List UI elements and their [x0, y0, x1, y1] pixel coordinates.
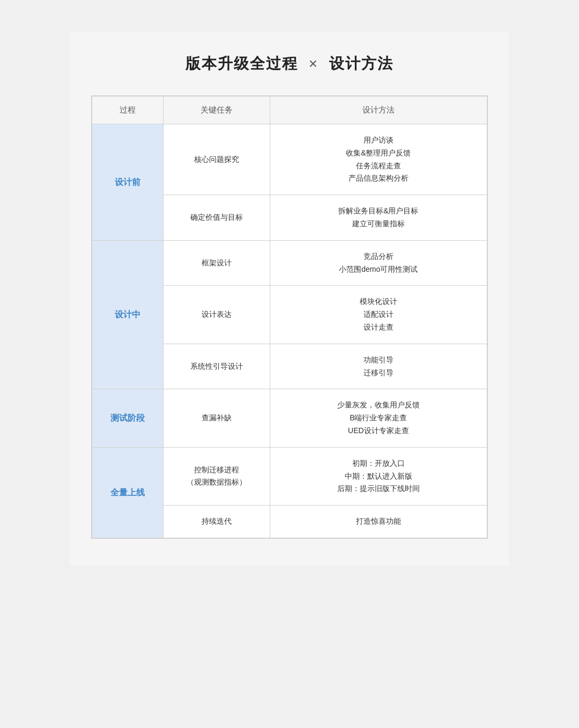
phase-cell: 设计中: [92, 240, 164, 389]
table-row: 测试阶段查漏补缺少量灰发，收集用户反馈B端行业专家走查UED设计专家走查: [92, 389, 487, 447]
header-task: 关键任务: [163, 96, 270, 124]
header-method: 设计方法: [270, 96, 487, 124]
page-title: 版本升级全过程 × 设计方法: [91, 54, 488, 74]
table-row: 设计前核心问题探究用户访谈收集&整理用户反馈任务流程走查产品信息架构分析: [92, 124, 487, 195]
method-cell: 拆解业务目标&用户目标建立可衡量指标: [270, 195, 487, 241]
method-cell: 竞品分析小范围demo可用性测试: [270, 240, 487, 286]
task-cell: 控制迁移进程（观测数据指标）: [163, 447, 270, 505]
table-row: 设计中框架设计竞品分析小范围demo可用性测试: [92, 240, 487, 286]
method-cell: 用户访谈收集&整理用户反馈任务流程走查产品信息架构分析: [270, 124, 487, 195]
method-cell: 少量灰发，收集用户反馈B端行业专家走查UED设计专家走查: [270, 389, 487, 447]
method-cell: 打造惊喜功能: [270, 506, 487, 538]
title-part2: 设计方法: [329, 55, 394, 72]
task-cell: 框架设计: [163, 240, 270, 286]
method-cell: 初期：开放入口中期：默认进入新版后期：提示旧版下线时间: [270, 447, 487, 505]
title-cross: ×: [309, 55, 318, 72]
table-header-row: 过程 关键任务 设计方法: [92, 96, 487, 124]
task-cell: 核心问题探究: [163, 124, 270, 195]
method-cell: 模块化设计适配设计设计走查: [270, 286, 487, 344]
phase-cell: 全量上线: [92, 447, 164, 538]
table-row: 全量上线控制迁移进程（观测数据指标）初期：开放入口中期：默认进入新版后期：提示旧…: [92, 447, 487, 505]
method-cell: 功能引导迁移引导: [270, 344, 487, 389]
main-table-wrapper: 过程 关键任务 设计方法 设计前核心问题探究用户访谈收集&整理用户反馈任务流程走…: [91, 95, 488, 539]
task-cell: 设计表达: [163, 286, 270, 344]
task-cell: 系统性引导设计: [163, 344, 270, 389]
task-cell: 确定价值与目标: [163, 195, 270, 241]
title-part1: 版本升级全过程: [185, 55, 298, 72]
main-table: 过程 关键任务 设计方法 设计前核心问题探究用户访谈收集&整理用户反馈任务流程走…: [92, 96, 487, 538]
task-cell: 查漏补缺: [163, 389, 270, 447]
page-container: 版本升级全过程 × 设计方法 过程 关键任务 设计方法 设计前核心问题探究用户访…: [70, 32, 509, 566]
task-cell: 持续迭代: [163, 506, 270, 538]
phase-cell: 测试阶段: [92, 389, 164, 447]
header-phase: 过程: [92, 96, 164, 124]
phase-cell: 设计前: [92, 124, 164, 241]
